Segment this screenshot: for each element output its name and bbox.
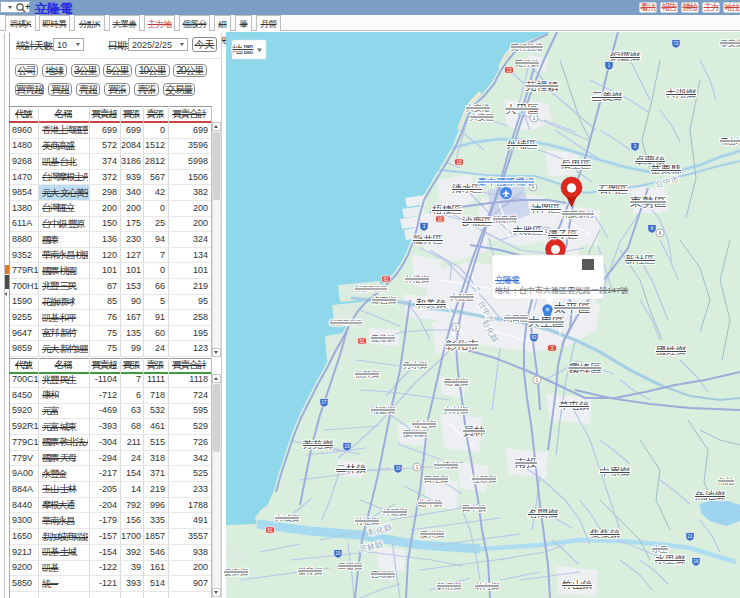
svg-text:61: 61: [267, 528, 273, 533]
svg-text:21: 21: [687, 534, 693, 539]
svg-text:17: 17: [321, 400, 327, 405]
svg-text:10: 10: [437, 217, 443, 222]
svg-text:61: 61: [383, 277, 389, 282]
svg-text:63: 63: [531, 335, 537, 340]
svg-text:13: 13: [506, 68, 512, 73]
svg-text:10: 10: [456, 160, 462, 165]
svg-text:19: 19: [344, 444, 350, 449]
svg-text:72: 72: [673, 41, 679, 46]
svg-text:19: 19: [335, 551, 341, 556]
svg-text:61: 61: [359, 339, 365, 344]
svg-text:19: 19: [395, 466, 401, 471]
svg-text:16: 16: [693, 559, 699, 564]
